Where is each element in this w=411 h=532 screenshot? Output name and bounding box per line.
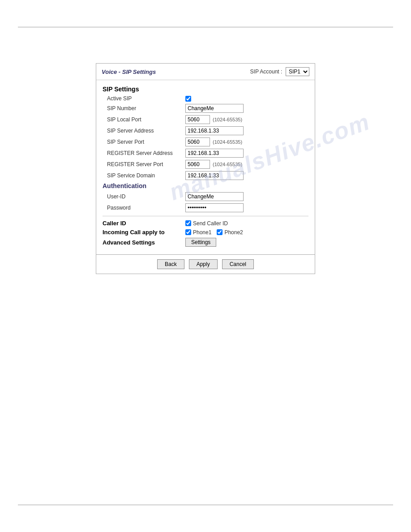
sip-server-address-row: SIP Server Address bbox=[103, 126, 308, 135]
sip-service-domain-label: SIP Service Domain bbox=[107, 172, 185, 179]
register-server-address-row: REGISTER Server Address bbox=[103, 149, 308, 158]
advanced-settings-heading: Advanced Settings bbox=[103, 239, 185, 246]
register-server-port-row: REGISTER Server Port (1024-65535) bbox=[103, 160, 308, 169]
panel-title: Voice - SIP Settings bbox=[102, 69, 156, 75]
apply-button[interactable]: Apply bbox=[189, 259, 218, 269]
phone2-checkbox[interactable] bbox=[217, 229, 223, 235]
back-button[interactable]: Back bbox=[157, 259, 184, 269]
sip-local-port-row: SIP Local Port (1024-65535) bbox=[103, 115, 308, 124]
divider-1 bbox=[103, 216, 308, 216]
phone2-label: Phone2 bbox=[224, 229, 243, 236]
password-input[interactable] bbox=[185, 203, 244, 212]
bottom-divider bbox=[18, 505, 393, 505]
cancel-button[interactable]: Cancel bbox=[222, 259, 254, 269]
active-sip-checkbox[interactable] bbox=[185, 96, 191, 102]
phone1-checkbox[interactable] bbox=[185, 229, 191, 235]
sip-service-domain-input[interactable] bbox=[185, 171, 244, 180]
caller-id-row: Caller ID Send Caller ID bbox=[103, 220, 308, 227]
sip-number-row: SIP Number bbox=[103, 104, 308, 113]
send-caller-id-checkbox[interactable] bbox=[185, 220, 191, 226]
sip-local-port-input[interactable] bbox=[185, 115, 210, 124]
sip-account-selector: SIP Account : SIP1 SIP2 bbox=[250, 67, 309, 76]
sip-settings-panel: Voice - SIP Settings SIP Account : SIP1 … bbox=[96, 63, 315, 274]
sip-server-port-hint: (1024-65535) bbox=[213, 139, 242, 145]
register-server-address-label: REGISTER Server Address bbox=[107, 150, 185, 156]
incoming-call-row: Incoming Call apply to Phone1 Phone2 bbox=[103, 229, 308, 236]
send-caller-id-label: Send Caller ID bbox=[193, 220, 228, 227]
user-id-input[interactable] bbox=[185, 192, 244, 201]
password-row: Password bbox=[103, 203, 308, 212]
sip-server-port-row: SIP Server Port (1024-65535) bbox=[103, 137, 308, 146]
active-sip-row: Active SIP bbox=[103, 95, 308, 102]
main-container: Voice - SIP Settings SIP Account : SIP1 … bbox=[0, 27, 411, 274]
incoming-call-heading: Incoming Call apply to bbox=[103, 229, 185, 236]
sip-server-port-label: SIP Server Port bbox=[107, 139, 185, 145]
panel-footer: Back Apply Cancel bbox=[96, 254, 315, 274]
caller-id-heading: Caller ID bbox=[103, 220, 185, 227]
sip-settings-heading: SIP Settings bbox=[103, 86, 308, 93]
sip-local-port-hint: (1024-65535) bbox=[213, 117, 242, 122]
register-server-address-input[interactable] bbox=[185, 149, 244, 158]
register-server-port-hint: (1024-65535) bbox=[213, 162, 242, 167]
sip-server-address-label: SIP Server Address bbox=[107, 128, 185, 134]
sip-number-label: SIP Number bbox=[107, 105, 185, 112]
user-id-row: User-ID bbox=[103, 192, 308, 201]
user-id-label: User-ID bbox=[107, 193, 185, 200]
panel-body: SIP Settings Active SIP SIP Number SIP L… bbox=[96, 80, 315, 254]
sip-account-select[interactable]: SIP1 SIP2 bbox=[286, 67, 309, 76]
advanced-settings-row: Advanced Settings Settings bbox=[103, 238, 308, 247]
panel-header: Voice - SIP Settings SIP Account : SIP1 … bbox=[96, 64, 315, 80]
sip-number-input[interactable] bbox=[185, 104, 244, 113]
sip-server-port-input[interactable] bbox=[185, 137, 210, 146]
authentication-heading: Authentication bbox=[103, 182, 308, 189]
register-server-port-input[interactable] bbox=[185, 160, 210, 169]
advanced-settings-button[interactable]: Settings bbox=[185, 238, 216, 247]
sip-service-domain-row: SIP Service Domain bbox=[103, 171, 308, 180]
sip-account-label: SIP Account : bbox=[250, 69, 283, 75]
register-server-port-label: REGISTER Server Port bbox=[107, 161, 185, 167]
phone1-label: Phone1 bbox=[193, 229, 211, 236]
sip-server-address-input[interactable] bbox=[185, 126, 244, 135]
password-label: Password bbox=[107, 205, 185, 211]
active-sip-label: Active SIP bbox=[107, 95, 185, 102]
sip-local-port-label: SIP Local Port bbox=[107, 116, 185, 123]
